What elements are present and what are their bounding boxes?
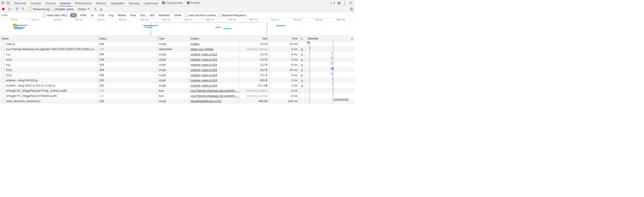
throttling-select[interactable]: Online xyxy=(78,8,90,11)
tab-components[interactable]: Components xyxy=(160,0,185,6)
table-row[interactable]: css2?family=Raleway:ital,wght@0,400;0,50… xyxy=(0,46,355,52)
disable-cache-input[interactable] xyxy=(51,8,54,10)
overview-bar xyxy=(14,27,25,28)
tab-performance[interactable]: Performance xyxy=(73,0,94,6)
extension-icon xyxy=(162,1,165,4)
initiator-link[interactable]: runtime~main.js:919 xyxy=(190,63,217,66)
record-button[interactable] xyxy=(1,7,6,11)
tab-network[interactable]: Network xyxy=(58,0,73,6)
filter-type-doc[interactable]: Doc xyxy=(139,13,147,18)
preserve-log-checkbox[interactable]: Preserve log xyxy=(29,8,50,11)
filter-type-js[interactable]: JS xyxy=(90,13,95,18)
more-menu-icon[interactable] xyxy=(342,1,347,5)
initiator-link[interactable]: styles.css:-Infinity xyxy=(190,48,214,51)
table-row[interactable]: 1Ptug8zYS_SKggPNyC0IT4ttDfA.woff2200font… xyxy=(0,93,355,98)
has-blocked-cookies-label: Has blocked cookies xyxy=(189,14,216,17)
filter-type-all[interactable]: All xyxy=(70,13,77,18)
header-status[interactable]: Status xyxy=(98,36,157,41)
request-name: 20.js xyxy=(6,68,12,72)
download-har-icon[interactable] xyxy=(99,7,103,11)
filter-type-ws[interactable]: WS xyxy=(149,13,156,18)
header-size[interactable]: Size xyxy=(240,36,269,41)
initiator-link[interactable]: css2?family=Raleway:ital,wght@0,… xyxy=(190,94,239,98)
table-row[interactable]: 8.js304scriptruntime~main.js:919212 B4 m… xyxy=(0,62,355,67)
extension-icon xyxy=(187,1,190,4)
tab-elements[interactable]: Elements xyxy=(12,0,28,6)
tab-profiler[interactable]: Profiler xyxy=(185,0,202,6)
initiator-link[interactable]: injectGlobalHook.js:518 xyxy=(190,100,222,103)
initiator-link[interactable]: runtime~main.js:919 xyxy=(190,84,217,87)
filter-type-font[interactable]: Font xyxy=(129,13,137,18)
inspect-element-icon[interactable] xyxy=(1,1,5,5)
has-blocked-cookies-input[interactable] xyxy=(185,14,188,17)
table-row[interactable]: 1Ptsg8zYS_SKggPNyCg4TYFqL_KWxQ.woff2200f… xyxy=(0,88,355,93)
hide-data-urls-checkbox[interactable]: Hide data URLs xyxy=(43,14,68,17)
network-settings-icon[interactable] xyxy=(349,7,354,11)
search-icon[interactable] xyxy=(21,7,25,11)
blocked-requests-input[interactable] xyxy=(218,14,221,17)
tab-security[interactable]: Security xyxy=(127,0,142,6)
blocked-requests-checkbox[interactable]: Blocked Requests xyxy=(218,14,246,17)
filter-type-other[interactable]: Other xyxy=(173,13,183,18)
timeline-tick: 550 ms xyxy=(228,18,236,21)
cell-time: 4 ms xyxy=(269,72,300,78)
table-row[interactable]: 25.js304scriptruntime~main.js:919211 B4 … xyxy=(0,72,355,78)
table-row[interactable]: 10.js304scriptruntime~main.js:919212 B5 … xyxy=(0,57,355,62)
initiator-link[interactable]: runtime~main.js:919 xyxy=(190,78,217,82)
tab-lighthouse[interactable]: Lighthouse xyxy=(142,0,160,6)
header-initiator[interactable]: Initiator xyxy=(189,36,240,41)
filter-type-media[interactable]: Media xyxy=(116,13,127,18)
has-blocked-cookies-checkbox[interactable]: Has blocked cookies xyxy=(185,14,216,17)
tab-sources[interactable]: Sources xyxy=(43,0,58,6)
cell-name: css2?family=Raleway:ital,wght@0,400;0,50… xyxy=(0,46,98,52)
tab-console[interactable]: Console xyxy=(28,0,43,6)
settings-icon[interactable] xyxy=(337,1,341,5)
cell-size: 12.2 kB xyxy=(240,83,269,88)
load-event-line xyxy=(267,22,267,36)
initiator-link[interactable]: css2?family=Raleway:ital,wght@0,… xyxy=(190,89,239,92)
filter-type-img[interactable]: Img xyxy=(108,13,115,18)
initiator-link[interactable]: runtime~main.js:919 xyxy=(190,74,217,77)
overview-bar xyxy=(276,25,286,26)
header-name[interactable]: Name xyxy=(0,36,98,41)
warnings-badge[interactable]: 8 xyxy=(330,1,335,4)
initiator-link[interactable]: runtime~main.js:919 xyxy=(190,68,217,72)
filter-type-xhr[interactable]: XHR xyxy=(79,13,87,18)
initiator-link[interactable]: (index) xyxy=(190,42,200,46)
overview-bar xyxy=(12,24,17,24)
tab-label: Profiler xyxy=(191,1,200,4)
preserve-log-input[interactable] xyxy=(29,8,32,10)
preserve-log-label: Preserve log xyxy=(33,8,50,11)
table-row[interactable]: content---blog-2020-11-01-cc-2-c91.js200… xyxy=(0,83,355,88)
waterfall-bar xyxy=(332,83,333,86)
filter-type-css[interactable]: CSS xyxy=(97,13,106,18)
header-time[interactable]: Time xyxy=(269,36,300,41)
initiator-link[interactable]: runtime~main.js:919 xyxy=(190,53,217,56)
device-toolbar-icon[interactable] xyxy=(6,1,10,5)
initiator-link[interactable]: runtime~main.js:919 xyxy=(190,58,217,61)
tab-application[interactable]: Application xyxy=(108,0,127,6)
overview-bar xyxy=(146,27,152,28)
hide-data-urls-input[interactable] xyxy=(43,14,46,17)
filter-toggle-icon[interactable] xyxy=(15,7,19,11)
timeline-gridline xyxy=(214,22,214,36)
table-row[interactable]: sidebar---blogf-90-920.js200scriptruntim… xyxy=(0,78,355,83)
table-row[interactable]: main.js304script(index)213 B20 ms xyxy=(0,41,355,46)
tab-memory[interactable]: Memory xyxy=(94,0,108,6)
cell-type: script xyxy=(157,41,189,46)
header-waterfall[interactable]: Waterfall▲ xyxy=(306,36,355,41)
table-row[interactable]: react_devtools_backend.js200scriptinject… xyxy=(0,98,355,104)
close-devtools-icon[interactable] xyxy=(348,1,352,5)
header-type[interactable]: Type xyxy=(157,36,189,41)
filter-input[interactable] xyxy=(0,13,41,18)
clear-button[interactable] xyxy=(7,7,11,11)
devtools-tab-bar: ElementsConsoleSourcesNetworkPerformance… xyxy=(0,0,355,6)
header-connection[interactable]: C. xyxy=(300,36,306,41)
filter-type-manifest[interactable]: Manifest xyxy=(158,13,171,18)
timeline-gridline xyxy=(192,22,192,36)
table-row[interactable]: 20.js304scriptruntime~main.js:919212 B34… xyxy=(0,67,355,72)
upload-har-icon[interactable] xyxy=(93,7,98,11)
table-row[interactable]: 5.js304scriptruntime~main.js:919212 B4 m… xyxy=(0,52,355,57)
disable-cache-checkbox[interactable]: Disable cache xyxy=(51,8,74,11)
timeline-overview[interactable]: 50 ms100 ms150 ms200 ms250 ms300 ms350 m… xyxy=(0,18,355,36)
